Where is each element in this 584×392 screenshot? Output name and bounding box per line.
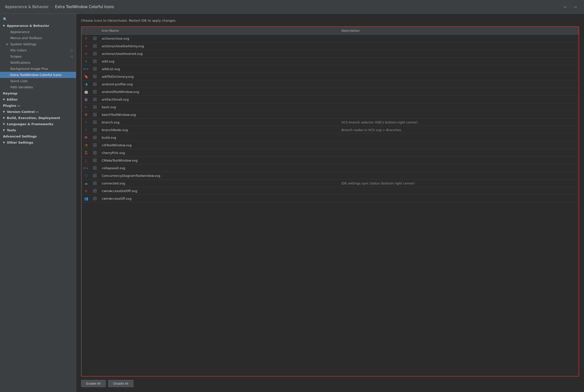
sidebar-item-keymap[interactable]: Keymap: [0, 90, 76, 96]
sidebar-item-advanced-settings[interactable]: Advanced Settings: [0, 133, 76, 140]
row-checkbox-cell[interactable]: [90, 88, 99, 95]
row-checkbox-cell[interactable]: [90, 165, 99, 171]
table-row: ⊗actions/closeHovered.svg: [82, 50, 579, 58]
badge-icon: ▭: [17, 104, 20, 108]
sidebar-group-label: Appearance & Behavior: [7, 24, 49, 28]
row-checkbox[interactable]: [93, 197, 97, 200]
row-preview-icon: 👥: [84, 196, 88, 201]
header-col-name: Icon Name: [99, 27, 339, 34]
sidebar-item-version-control[interactable]: ▼Version Control▭: [0, 109, 76, 115]
row-desc-cell: VCS branch selector (IDE's bottom-right …: [339, 119, 579, 126]
row-checkbox-cell[interactable]: [90, 50, 99, 57]
row-checkbox[interactable]: [93, 105, 97, 109]
forward-nav-button[interactable]: →: [571, 4, 579, 10]
back-nav-button[interactable]: ←: [562, 4, 569, 10]
row-checkbox-cell[interactable]: [90, 157, 99, 164]
table-row: 👥cwmAccessOff.svg: [82, 195, 579, 202]
sidebar-item-extra-toolwindow[interactable]: Extra ToolWindow Colorful Icons: [0, 72, 76, 78]
row-checkbox[interactable]: [93, 113, 97, 116]
row-checkbox-cell[interactable]: [90, 66, 99, 72]
row-checkbox[interactable]: [93, 143, 97, 147]
disable-all-button[interactable]: Disable All: [108, 380, 133, 387]
sidebar-item-label: Background Image Plus: [10, 67, 73, 70]
badge-icon: ▭: [70, 55, 73, 58]
sidebar-item-appearance-behavior[interactable]: ▼Appearance & Behavior: [0, 22, 76, 29]
row-checkbox[interactable]: [93, 136, 97, 139]
row-checkbox[interactable]: [93, 158, 97, 162]
sidebar-item-file-colors[interactable]: File Colors▭: [0, 47, 76, 53]
table-row: ←back.svg: [82, 103, 579, 111]
row-checkbox-cell[interactable]: [90, 172, 99, 179]
row-desc-cell: [339, 83, 579, 86]
row-checkbox-cell[interactable]: [90, 188, 99, 194]
row-checkbox-cell[interactable]: [90, 112, 99, 118]
sidebar-item-path-variables[interactable]: Path Variables: [0, 84, 76, 90]
row-icon-cell: ☁: [82, 180, 90, 187]
row-checkbox[interactable]: [93, 182, 97, 185]
search-input[interactable]: [8, 18, 73, 21]
row-preview-icon: ☁: [84, 181, 88, 186]
sidebar-item-languages-frameworks[interactable]: ▼Languages & Frameworks: [0, 121, 76, 127]
row-checkbox[interactable]: [93, 75, 97, 78]
row-checkbox[interactable]: [93, 128, 97, 132]
sidebar-item-system-settings[interactable]: ▶System Settings: [0, 41, 76, 47]
row-desc-cell: [339, 37, 579, 40]
row-checkbox-cell[interactable]: [90, 43, 99, 49]
row-checkbox-cell[interactable]: [90, 195, 99, 202]
table-row: 🤖androidToolWindow.svg: [82, 88, 579, 96]
row-checkbox-cell[interactable]: [90, 58, 99, 64]
enable-all-button[interactable]: Enable All: [81, 380, 106, 387]
sidebar-item-menus-toolbars[interactable]: Menus and Toolbars: [0, 35, 76, 41]
row-checkbox-cell[interactable]: [90, 119, 99, 126]
row-checkbox[interactable]: [93, 44, 97, 48]
sidebar-item-appearance[interactable]: Appearance: [0, 29, 76, 35]
row-checkbox[interactable]: [93, 151, 97, 154]
row-checkbox[interactable]: [93, 52, 97, 55]
chevron-icon: ▼: [3, 110, 5, 113]
row-checkbox[interactable]: [93, 174, 97, 177]
row-icon-cell: +: [82, 58, 90, 65]
row-checkbox-cell[interactable]: [90, 142, 99, 148]
row-checkbox-cell[interactable]: [90, 180, 99, 186]
sidebar: 🔍 ▼Appearance & BehaviorAppearanceMenus …: [0, 14, 76, 392]
row-checkbox[interactable]: [93, 98, 97, 101]
sidebar-item-editor[interactable]: ▼Editor: [0, 96, 76, 102]
row-checkbox[interactable]: [93, 67, 97, 70]
row-checkbox-cell[interactable]: [90, 35, 99, 42]
row-name-cell: back.svg: [99, 104, 339, 110]
row-checkbox-cell[interactable]: [90, 81, 99, 87]
row-checkbox[interactable]: [93, 120, 97, 124]
table-row: ⬡ConcurrencyDiagramToolwindow.svg: [82, 172, 579, 180]
row-checkbox-cell[interactable]: [90, 96, 99, 102]
table-row: ✕actions/close.svg: [82, 35, 579, 42]
sidebar-search-container[interactable]: 🔍: [0, 16, 76, 22]
table-row: +add.svg: [82, 58, 579, 65]
sidebar-item-quick-lists[interactable]: Quick Lists: [0, 78, 76, 84]
sidebar-item-background-image-plus[interactable]: Background Image Plus: [0, 66, 76, 72]
row-checkbox[interactable]: [93, 90, 97, 94]
row-checkbox[interactable]: [93, 189, 97, 192]
row-name-cell: androidToolWindow.svg: [99, 88, 339, 95]
row-preview-icon: 🍒: [84, 150, 88, 155]
sidebar-item-tools[interactable]: ▼Tools: [0, 127, 76, 133]
sidebar-item-build-execution[interactable]: ▼Build, Execution, Deployment: [0, 115, 76, 121]
sidebar-item-other-settings[interactable]: ▼Other Settings: [0, 140, 76, 146]
sidebar-item-plugins[interactable]: Plugins▭: [0, 102, 76, 109]
sidebar-group-label: Keymap: [3, 92, 17, 95]
row-checkbox-cell[interactable]: [90, 134, 99, 141]
row-checkbox[interactable]: [93, 166, 97, 170]
breadcrumb-arrow: ›: [51, 5, 52, 9]
chevron-icon: ▼: [3, 24, 5, 27]
row-checkbox[interactable]: [93, 60, 97, 63]
row-icon-cell: ◔: [82, 142, 90, 149]
row-checkbox-cell[interactable]: [90, 104, 99, 110]
sidebar-item-notifications[interactable]: Notifications: [0, 60, 76, 66]
row-icon-cell: ≡+: [82, 65, 90, 72]
sidebar-group-label: Plugins: [3, 104, 16, 108]
row-checkbox[interactable]: [93, 37, 97, 40]
row-checkbox-cell[interactable]: [90, 73, 99, 80]
row-checkbox[interactable]: [93, 82, 97, 86]
sidebar-item-scopes[interactable]: Scopes▭: [0, 53, 76, 60]
row-checkbox-cell[interactable]: [90, 127, 99, 133]
row-checkbox-cell[interactable]: [90, 150, 99, 156]
